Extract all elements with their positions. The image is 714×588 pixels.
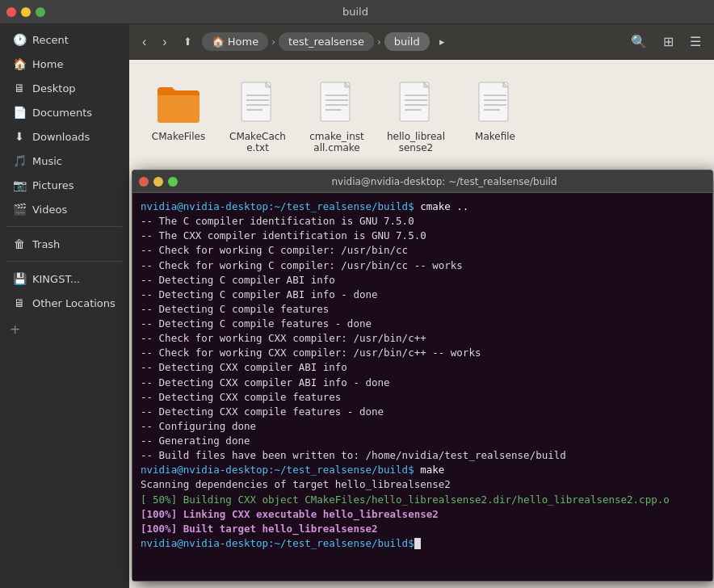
sidebar-item-downloads-label: Downloads bbox=[32, 131, 90, 143]
terminal-line-11: -- Check for working CXX compiler: /usr/… bbox=[141, 346, 704, 360]
sidebar-item-kingst[interactable]: 💾 KINGST... bbox=[3, 267, 126, 290]
file-item-hello-lib[interactable]: hello_librealsense2 bbox=[380, 73, 452, 160]
terminal-title-bar: nvidia@nvidia-desktop: ~/test_realsense/… bbox=[132, 170, 712, 193]
menu-button[interactable]: ☰ bbox=[683, 29, 708, 54]
terminal-line-20: Scanning dependencies of target hello_li… bbox=[141, 477, 704, 492]
breadcrumb-more-button[interactable]: ▸ bbox=[433, 31, 452, 52]
sidebar-item-documents[interactable]: 📄 Documents bbox=[3, 101, 126, 124]
breadcrumb-build[interactable]: build bbox=[384, 32, 430, 51]
sidebar-item-desktop[interactable]: 🖥 Desktop bbox=[3, 77, 126, 99]
breadcrumb-sep-2: › bbox=[377, 36, 381, 48]
svg-rect-18 bbox=[479, 82, 508, 121]
close-button[interactable] bbox=[6, 7, 16, 17]
svg-rect-12 bbox=[400, 82, 429, 121]
file-item-cmake-install[interactable]: cmake_install.cmake bbox=[300, 73, 373, 160]
terminal-line-9: -- Detecting C compile features - done bbox=[141, 317, 704, 331]
file-name-hello-lib: hello_librealsense2 bbox=[386, 131, 446, 153]
search-button[interactable]: 🔍 bbox=[624, 29, 653, 54]
sidebar-item-kingst-label: KINGST... bbox=[32, 273, 80, 285]
sidebar-item-recent-label: Recent bbox=[32, 34, 69, 46]
terminal-title: nvidia@nvidia-desktop: ~/test_realsense/… bbox=[183, 176, 706, 187]
terminal-body[interactable]: nvidia@nvidia-desktop:~/test_realsense/b… bbox=[132, 193, 712, 581]
terminal-window: nvidia@nvidia-desktop: ~/test_realsense/… bbox=[132, 170, 713, 582]
sidebar-item-other-label: Other Locations bbox=[32, 297, 116, 309]
terminal-line-16: -- Configuring done bbox=[141, 419, 704, 434]
maximize-button[interactable] bbox=[36, 7, 45, 17]
file-item-cmakefiles[interactable]: CMakeFiles bbox=[142, 73, 215, 160]
recent-icon: 🕐 bbox=[13, 33, 26, 46]
sidebar-item-music-label: Music bbox=[32, 155, 62, 167]
terminal-line-7: -- Detecting C compiler ABI info - done bbox=[141, 288, 704, 302]
breadcrumb-test-realsense[interactable]: test_realsense bbox=[279, 32, 374, 51]
breadcrumb-home[interactable]: 🏠 Home bbox=[202, 32, 269, 51]
sidebar: 🕐 Recent 🏠 Home 🖥 Desktop 📄 Documents ⬇ … bbox=[0, 24, 129, 588]
terminal-line-17: -- Generating done bbox=[141, 434, 704, 448]
back-button[interactable]: ‹ bbox=[136, 30, 153, 54]
breadcrumb: 🏠 Home › test_realsense › build ▸ bbox=[202, 31, 621, 52]
sidebar-item-music[interactable]: 🎵 Music bbox=[3, 149, 126, 172]
music-icon: 🎵 bbox=[13, 154, 26, 167]
sidebar-item-pictures-label: Pictures bbox=[32, 179, 74, 191]
terminal-line-24: nvidia@nvidia-desktop:~/test_realsense/b… bbox=[141, 536, 704, 551]
text-file-icon bbox=[233, 79, 282, 128]
file-name-makefile: Makefile bbox=[475, 131, 515, 142]
file-name-cmakecache: CMakeCache.txt bbox=[228, 131, 288, 153]
sidebar-item-downloads[interactable]: ⬇ Downloads bbox=[3, 125, 126, 148]
sidebar-divider-2 bbox=[6, 261, 123, 262]
window-title: build bbox=[52, 6, 659, 18]
window-controls bbox=[6, 7, 45, 17]
terminal-line-19: nvidia@nvidia-desktop:~/test_realsense/b… bbox=[141, 463, 704, 477]
view-options-button[interactable]: ⊞ bbox=[657, 29, 680, 54]
sidebar-divider bbox=[6, 226, 123, 227]
file-item-cmakecache[interactable]: CMakeCache.txt bbox=[221, 73, 294, 160]
sidebar-item-home[interactable]: 🏠 Home bbox=[3, 52, 126, 75]
terminal-line-14: -- Detecting CXX compile features bbox=[141, 390, 704, 405]
trash-icon: 🗑 bbox=[13, 237, 26, 250]
terminal-line-6: -- Detecting C compiler ABI info bbox=[141, 273, 704, 288]
sidebar-item-other[interactable]: 🖥 Other Locations bbox=[3, 292, 126, 314]
terminal-line-12: -- Detecting CXX compiler ABI info bbox=[141, 360, 704, 375]
file-name-cmakefiles: CMakeFiles bbox=[152, 131, 205, 142]
terminal-line-23: [100%] Built target hello_librealsense2 bbox=[141, 522, 704, 536]
sidebar-item-documents-label: Documents bbox=[32, 107, 92, 119]
terminal-line-5: -- Check for working C compiler: /usr/bi… bbox=[141, 258, 704, 273]
documents-icon: 📄 bbox=[13, 106, 26, 119]
terminal-line-15: -- Detecting CXX compile features - done bbox=[141, 405, 704, 419]
forward-button[interactable]: › bbox=[156, 30, 173, 54]
toolbar: ‹ › ⬆ 🏠 Home › test_realsense › build ▸ … bbox=[129, 24, 714, 60]
sidebar-item-videos-label: Videos bbox=[32, 204, 67, 216]
sidebar-item-trash[interactable]: 🗑 Trash bbox=[3, 233, 126, 255]
file-name-cmake-install: cmake_install.cmake bbox=[307, 131, 367, 153]
home-icon: 🏠 bbox=[13, 57, 26, 70]
file-item-makefile[interactable]: Makefile bbox=[459, 73, 531, 160]
minimize-button[interactable] bbox=[21, 7, 31, 17]
hello-lib-icon bbox=[392, 79, 440, 128]
add-bookmark-button[interactable]: + bbox=[0, 318, 129, 340]
sidebar-item-pictures[interactable]: 📷 Pictures bbox=[3, 174, 126, 196]
svg-rect-6 bbox=[321, 82, 350, 121]
sidebar-item-home-label: Home bbox=[32, 58, 63, 70]
cmake-install-icon bbox=[313, 79, 361, 128]
title-bar: build bbox=[0, 0, 714, 24]
terminal-minimize-button[interactable] bbox=[153, 177, 163, 187]
terminal-line-22: [100%] Linking CXX executable hello_libr… bbox=[141, 507, 704, 522]
breadcrumb-sep-1: › bbox=[271, 36, 275, 48]
terminal-line-8: -- Detecting C compile features bbox=[141, 302, 704, 317]
sidebar-item-recent[interactable]: 🕐 Recent bbox=[3, 28, 126, 51]
terminal-line-18: -- Build files have been written to: /ho… bbox=[141, 448, 704, 463]
terminal-line-2: -- The C compiler identification is GNU … bbox=[141, 214, 704, 229]
desktop-icon: 🖥 bbox=[13, 82, 26, 94]
sidebar-item-desktop-label: Desktop bbox=[32, 82, 76, 94]
toolbar-right: 🔍 ⊞ ☰ bbox=[624, 29, 708, 54]
terminal-maximize-button[interactable] bbox=[168, 177, 178, 187]
folder-icon bbox=[154, 79, 203, 128]
add-icon: + bbox=[10, 321, 20, 337]
sidebar-item-videos[interactable]: 🎬 Videos bbox=[3, 198, 126, 220]
terminal-line-10: -- Check for working CXX compiler: /usr/… bbox=[141, 331, 704, 346]
parent-button[interactable]: ⬆ bbox=[177, 31, 199, 52]
svg-rect-0 bbox=[242, 82, 271, 121]
terminal-line-21: [ 50%] Building CXX object CMakeFiles/he… bbox=[141, 493, 704, 507]
other-icon: 🖥 bbox=[13, 296, 26, 309]
sidebar-item-trash-label: Trash bbox=[32, 238, 60, 250]
terminal-close-button[interactable] bbox=[139, 177, 149, 187]
